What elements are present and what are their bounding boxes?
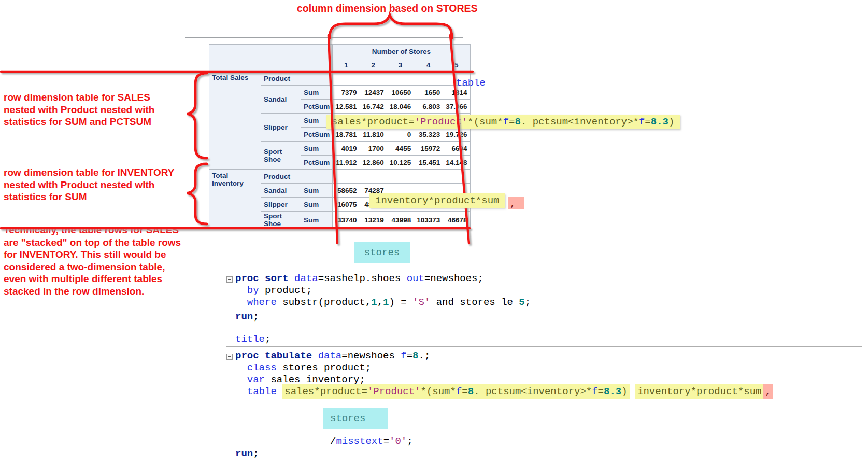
value-cell xyxy=(414,170,443,184)
code-token: out xyxy=(407,273,424,284)
code-token: class xyxy=(247,362,277,373)
comma-highlight-callout: , xyxy=(508,197,524,209)
code-token: =newshoes; xyxy=(424,273,483,284)
code-token: = xyxy=(645,116,650,128)
product-header-cell: Product xyxy=(261,72,301,86)
value-cell: 35.323 xyxy=(414,128,443,142)
value-cell: 18.046 xyxy=(387,100,414,114)
code-token xyxy=(630,386,635,397)
annotation-inventory-row-dimension: row dimension table for INVENTORY nested… xyxy=(4,166,176,203)
stores-column-header: 2 xyxy=(360,59,387,72)
value-cell xyxy=(414,72,443,86)
code-token: *(sum* xyxy=(421,386,456,397)
value-cell: 37.066 xyxy=(443,100,470,114)
code-token: table xyxy=(247,386,277,397)
code-token: 'S' xyxy=(412,297,430,308)
value-cell xyxy=(360,72,387,86)
code-token: stores product; xyxy=(277,362,371,373)
statistic-header-cell xyxy=(301,170,333,184)
code-token: f xyxy=(401,350,406,361)
value-cell: 11.912 xyxy=(333,156,360,170)
code-token: '0' xyxy=(389,436,407,447)
value-cell xyxy=(333,72,360,86)
code-token: 8 xyxy=(412,350,418,361)
code-line-title: title; xyxy=(235,333,271,345)
code-token: proc sort xyxy=(235,273,289,284)
code-token: run xyxy=(235,448,253,459)
code-token: ) = xyxy=(389,297,412,308)
collapse-block-icon[interactable] xyxy=(226,276,233,283)
column-group-header: Number of Stores xyxy=(333,45,470,59)
value-cell: 43998 xyxy=(387,212,414,229)
code-block-separator xyxy=(226,346,862,347)
stores-dimension-callout: stores xyxy=(354,242,410,263)
row-group-header: Total Inventory xyxy=(209,170,261,229)
code-token: ; xyxy=(253,448,259,459)
results-pane-border xyxy=(185,37,463,38)
value-cell: 14.148 xyxy=(443,156,470,170)
code-token: ; xyxy=(525,297,531,308)
code-token: f xyxy=(592,386,597,397)
code-token: inventory*product*sum xyxy=(375,195,499,206)
collapse-block-icon[interactable] xyxy=(226,354,233,360)
value-cell: 12.860 xyxy=(360,156,387,170)
code-token: = xyxy=(383,436,389,447)
code-token: ; xyxy=(265,333,271,345)
value-cell: 12437 xyxy=(360,86,387,100)
value-cell: 16.742 xyxy=(360,100,387,114)
value-cell: 1650 xyxy=(414,86,443,100)
code-token xyxy=(289,273,294,284)
inventory-expression-overlay: inventory*product*sum xyxy=(369,193,505,208)
code-token: ) xyxy=(621,386,627,397)
table-row: Total SalesProduct xyxy=(209,72,471,86)
code-token: .; xyxy=(419,350,431,361)
stores-column-header: 5 xyxy=(443,59,470,72)
product-header-cell: Sport Shoe xyxy=(261,142,301,170)
product-header-cell: Sport Shoe xyxy=(261,212,301,229)
value-cell: 10650 xyxy=(387,86,414,100)
value-cell: 18.781 xyxy=(333,128,360,142)
inventory-rows-brace xyxy=(187,164,207,224)
row-group-header: Total Sales xyxy=(209,72,261,170)
code-token: 8.3 xyxy=(604,386,621,397)
code-token: 8.3 xyxy=(651,116,668,128)
code-token xyxy=(235,297,247,308)
annotation-column-dimension: column dimension based on STORES xyxy=(297,3,478,15)
annotation-stacked-explanation: Technically, the table rows for SALES ar… xyxy=(4,224,186,297)
code-line-proc-sort: proc sort data=sashelp.shoes out=newshoe… xyxy=(235,273,483,285)
code-token: f xyxy=(456,386,462,397)
value-cell xyxy=(443,170,470,184)
code-line-class: class stores product; xyxy=(235,362,371,374)
value-cell: 15.451 xyxy=(414,156,443,170)
product-header-cell: Sandal xyxy=(261,184,301,198)
code-token: = xyxy=(509,116,515,128)
statistic-header-cell: Sum xyxy=(301,86,333,100)
yellow-highlighted-expression: inventory*product*sum xyxy=(635,384,763,399)
code-token: = xyxy=(407,350,412,361)
value-cell: 33740 xyxy=(333,212,360,229)
code-token: f xyxy=(639,116,645,128)
code-line-run-2: run; xyxy=(235,448,259,460)
code-token: 8 xyxy=(515,116,521,128)
value-cell: 1700 xyxy=(360,142,387,156)
product-header-cell: Slipper xyxy=(261,198,301,212)
code-token: ) xyxy=(668,116,674,128)
code-token: =sashelp.shoes xyxy=(318,273,407,284)
stores-column-header: 4 xyxy=(414,59,443,72)
pink-highlighted-text: , xyxy=(763,384,772,399)
statistic-header-cell: Sum xyxy=(301,212,333,229)
code-token: by xyxy=(247,285,259,296)
code-token: ; xyxy=(253,311,259,323)
code-token: = xyxy=(598,386,604,397)
value-cell xyxy=(387,170,414,184)
statistic-header-cell: Sum xyxy=(301,198,333,212)
value-cell: 46678 xyxy=(443,212,470,229)
value-cell: 11.810 xyxy=(360,128,387,142)
annotated-sas-tutorial-page: column dimension based on STORES row dim… xyxy=(0,0,868,461)
product-header-cell: Sandal xyxy=(261,86,301,114)
code-token: 1 xyxy=(383,297,389,308)
value-cell: 15972 xyxy=(414,142,443,156)
product-header-cell: Slipper xyxy=(261,114,301,142)
value-cell xyxy=(333,170,360,184)
code-token: where xyxy=(247,297,277,308)
